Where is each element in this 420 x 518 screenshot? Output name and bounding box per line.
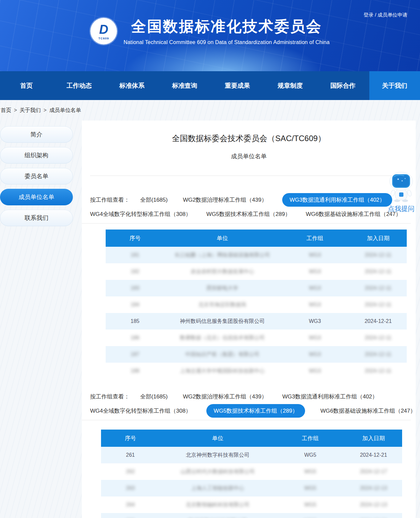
breadcrumb-separator: > (14, 107, 17, 113)
table-row: 265 数据港数科科技有限公司 WG5 2024-12-21 (101, 513, 402, 518)
divider (82, 223, 411, 224)
table-row: 264 北京数智融科科技有限公司 WG5 2024-12-13 (101, 496, 402, 513)
breadcrumb-separator: > (43, 107, 46, 113)
nav-item-home[interactable]: 首页 (0, 71, 53, 100)
cell-unit: 上海交通大学中银国际科技创新中心 (180, 368, 265, 374)
filter-all[interactable]: 全部(1685) (140, 393, 168, 400)
cell-workgroup: WG3 (309, 351, 321, 357)
cell-workgroup: WG3 (309, 318, 321, 324)
filter-wg4[interactable]: WG4全域数字化转型标准工作组（308） (90, 407, 191, 415)
table-row: 182 农业农村部大数据发展中心 WG3 2024-12-11 (106, 263, 407, 280)
cell-no: 183 (131, 285, 139, 291)
main-content-card: 全国数据标委会技术委员会（SAC/TC609） 成员单位名单 (82, 121, 416, 518)
col-header-unit: 单位 (164, 230, 280, 247)
breadcrumb-about[interactable]: 关于我们 (20, 107, 41, 114)
breadcrumb: 首页 > 关于我们 > 成员单位名单 (0, 100, 420, 121)
sidebar-item-intro[interactable]: 简介 (0, 126, 73, 143)
breadcrumb-home[interactable]: 首页 (1, 107, 11, 114)
table-row: 181 长江鲲鹏（上海）网络基础设施有限公司 WG3 2024-12-11 (106, 247, 407, 263)
cell-unit: 中国知识产权（集团）有限公司 (185, 351, 259, 357)
assistant-widget[interactable]: 点我提问 (385, 172, 417, 213)
filter-wg6[interactable]: WG6数据基础设施标准工作组（247） (320, 407, 416, 415)
table-row: 262 山西云时代大数据科技有限公司 WG5 2024-12-17 (101, 463, 402, 480)
cell-no: 184 (131, 302, 139, 307)
cell-no: 264 (126, 502, 135, 507)
cell-join-date: 2024-12-13 (360, 502, 387, 507)
cell-unit: 上海人工智能创新中心 (191, 485, 244, 491)
cell-unit: 北京数智融科科技有限公司 (186, 502, 249, 507)
brand-block: D TC609 全国数据标准化技术委员会 National Technical … (0, 0, 420, 45)
cell-no: 261 (126, 452, 135, 458)
cell-unit: 北京市海淀区数据局 (198, 302, 246, 307)
col-header-no: 序号 (101, 430, 160, 447)
nav-item-regulations[interactable]: 规章制度 (264, 71, 316, 100)
filter-group-wg5: 按工作组查看： 全部(1685) WG2数据治理标准工作组（439） WG3数据… (90, 390, 416, 417)
robot-mascot-icon[interactable] (388, 198, 414, 203)
sidebar-item-member-units[interactable]: 成员单位名单 (0, 189, 73, 205)
sidebar-item-contact-us[interactable]: 联系我们 (0, 210, 73, 226)
logo-tc609-text: TC609 (90, 37, 117, 40)
cell-workgroup: WG3 (309, 269, 321, 274)
logo-d-glyph: D (99, 23, 108, 37)
filter-all[interactable]: 全部(1685) (140, 196, 168, 204)
table-header-row: 序号 单位 工作组 加入日期 (106, 230, 407, 247)
nav-item-work-news[interactable]: 工作动态 (53, 71, 105, 100)
site-title: 全国数据标准化技术委员会 (124, 17, 330, 36)
cell-join-date: 2024-12-21 (360, 452, 387, 458)
filter-wg4[interactable]: WG4全域数字化转型标准工作组（308） (90, 210, 191, 218)
login-link[interactable]: 登录 / 成员单位申请 (363, 12, 407, 18)
cell-workgroup: WG5 (304, 502, 316, 507)
cell-workgroup: WG5 (304, 485, 316, 491)
member-table-wg3: 序号 单位 工作组 加入日期 181 长江鲲鹏（上海）网络基础设施有限公司 WG… (106, 230, 407, 379)
filter-wg5[interactable]: WG5数据技术标准工作组（289） (206, 210, 290, 218)
cell-no: 182 (131, 269, 139, 274)
cell-no: 187 (131, 351, 139, 357)
col-header-unit: 单位 (160, 430, 276, 447)
breadcrumb-current: 成员单位名单 (49, 107, 81, 114)
cell-no: 188 (131, 368, 139, 374)
cell-join-date: 2024-12-11 (365, 285, 392, 291)
nav-item-standard-system[interactable]: 标准体系 (106, 71, 158, 100)
cell-join-date: 2024-12-13 (360, 485, 387, 491)
col-header-join-date: 加入日期 (349, 230, 407, 247)
table-row: 187 中国知识产权（集团）有限公司 WG3 2024-12-11 (106, 346, 407, 363)
cell-unit: 农业农村部大数据发展中心 (190, 269, 254, 274)
filter-wg3-active[interactable]: WG3数据流通利用标准工作组（402） (282, 193, 392, 207)
filter-wg3[interactable]: WG3数据流通利用标准工作组（402） (282, 393, 378, 400)
cell-workgroup: WG3 (309, 368, 321, 374)
cell-no: 263 (126, 485, 135, 491)
nav-item-standard-query[interactable]: 标准查询 (158, 71, 211, 100)
table-row-highlight-185: 185 神州数码信息服务集团股份有限公司 WG3 2024-12-21 (106, 313, 407, 330)
cell-unit: 西安邮电大学 (206, 285, 238, 291)
nav-item-achievements[interactable]: 重要成果 (211, 71, 264, 100)
site-logo: D TC609 (90, 18, 117, 44)
page-subtitle: 成员单位名单 (82, 152, 416, 160)
divider (90, 176, 409, 176)
cell-no: 186 (131, 335, 139, 340)
cell-workgroup: WG3 (309, 285, 321, 291)
filter-wg5-active[interactable]: WG5数据技术标准工作组（289） (206, 404, 305, 418)
table-row: 183 西安邮电大学 WG3 2024-12-11 (106, 280, 407, 296)
col-header-no: 序号 (106, 230, 164, 247)
cell-workgroup: WG5 (304, 452, 316, 458)
filter-group-label: 按工作组查看： (90, 393, 130, 400)
nav-item-about-us[interactable]: 关于我们 (369, 71, 420, 100)
sidebar-item-org-structure[interactable]: 组织架构 (0, 147, 73, 164)
cell-join-date: 2024-12-11 (365, 335, 392, 340)
filter-wg2[interactable]: WG2数据治理标准工作组（439） (183, 196, 267, 204)
filter-group-wg3: 按工作组查看： 全部(1685) WG2数据治理标准工作组（439） WG3数据… (90, 193, 416, 221)
table-row: 188 上海交通大学中银国际科技创新中心 WG3 2024-12-11 (106, 363, 407, 379)
filter-wg2[interactable]: WG2数据治理标准工作组（439） (183, 393, 267, 400)
nav-item-international[interactable]: 国际合作 (317, 71, 369, 100)
member-table-wg5: 序号 单位 工作组 加入日期 261 北京神州数字科技有限公司 WG5 2024… (101, 430, 402, 518)
sidebar-item-committee-list[interactable]: 委员名单 (0, 168, 73, 184)
col-header-workgroup: 工作组 (276, 430, 345, 447)
cell-join-date: 2024-12-11 (365, 302, 392, 307)
assistant-label[interactable]: 点我提问 (385, 204, 417, 213)
cell-join-date: 2024-12-11 (365, 351, 392, 357)
table-row-highlight-261: 261 北京神州数字科技有限公司 WG5 2024-12-21 (101, 447, 402, 463)
divider (82, 420, 411, 420)
table-row: 263 上海人工智能创新中心 WG5 2024-12-13 (101, 480, 402, 496)
cell-workgroup: WG3 (309, 335, 321, 340)
col-header-workgroup: 工作组 (280, 230, 349, 247)
